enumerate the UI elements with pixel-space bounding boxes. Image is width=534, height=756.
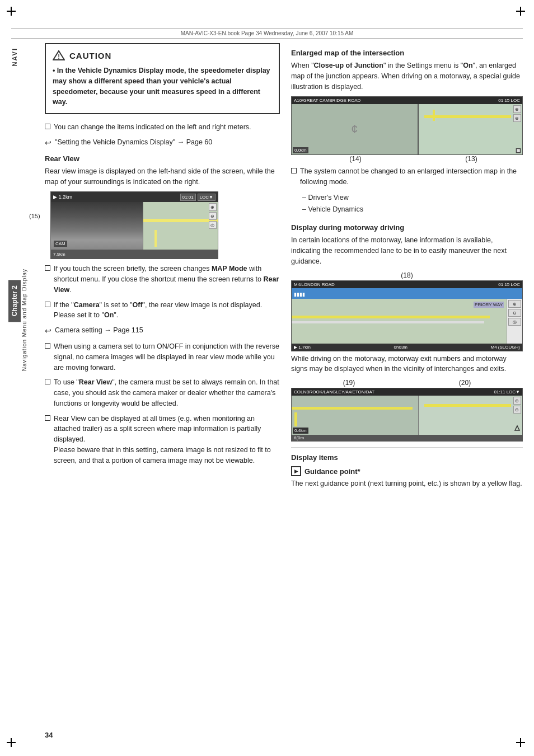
motorway-map: M4/LONDON ROAD 01:15 LOC ▮▮▮▮ PRIORY WAY: [291, 280, 523, 351]
rv-bullet-3: When using a camera set to turn ON/OFF i…: [45, 341, 280, 373]
display-items-heading: Display items: [291, 453, 523, 462]
enlarged-map-heading: Enlarged map of the intersection: [291, 49, 523, 57]
map-side-icons: ⊕ ⊖ ◎: [209, 203, 217, 229]
caution-text: • In the Vehicle Dynamics Display mode, …: [53, 65, 272, 107]
header-text: MAN-AVIC-X3-EN.book Page 34 Wednesday, J…: [181, 30, 354, 36]
rv-arrow-1: ↩ Camera setting → Page 115: [45, 325, 280, 337]
fig-18-label: (18): [291, 271, 523, 279]
rear-view-figure: (15) ▶ 1.2km 01:01 LOC▼ CAM: [45, 191, 280, 259]
motorway-heading: Display during motorway driving: [291, 223, 523, 232]
int-left: ¢ 0.0km: [292, 104, 419, 154]
int-sub-bullets: – Driver's View – Vehicle Dynamics: [302, 192, 523, 216]
sm-map-right: ⊕ ⊖: [419, 396, 522, 435]
bullet-sq-4: [45, 343, 50, 349]
fig-15-label: (15): [29, 213, 40, 219]
int-body: ¢ 0.0km ⊕ ⊖ 🔲: [292, 104, 522, 154]
rear-view-bullets: If you touch the screen briefly, the scr…: [45, 264, 280, 466]
page-number: 34: [45, 731, 53, 739]
bullet-sq-7: [291, 168, 297, 173]
guidance-point-title: Guidance point*: [305, 467, 360, 476]
int-toolbar: A10/GREAT CAMBRIDGE ROAD 01:15 LOC: [292, 97, 522, 104]
header-line: MAN-AVIC-X3-EN.book Page 34 Wednesday, J…: [11, 28, 523, 39]
intersection-bullets: The system cannot be changed to an enlar…: [291, 166, 523, 215]
page-container: MAN-AVIC-X3-EN.book Page 34 Wednesday, J…: [0, 0, 534, 756]
guidance-point-icon: ▶: [291, 466, 301, 476]
camera-view: CAM: [51, 202, 143, 250]
int-right: ⊕ ⊖ 🔲: [419, 104, 522, 154]
guidance-point-header: ▶ Guidance point*: [291, 466, 523, 476]
corner-mark-bl: [7, 738, 18, 749]
motorway-text: In certain locations of the motorway, la…: [291, 235, 523, 266]
main-content: ! CAUTION • In the Vehicle Dynamics Disp…: [45, 43, 523, 494]
corner-mark-br: [516, 738, 527, 749]
small-map-19-20: COLNBROOK/LANGLEY/A4/ETON/DAT 01:11 LOC▼…: [291, 388, 523, 442]
bullet-sq-6: [45, 415, 50, 421]
bullet-sq-2: [45, 265, 50, 271]
guidance-point-text: The next guidance point (next turning po…: [291, 478, 523, 489]
fig-19-20-labels: (19) (20): [291, 379, 523, 387]
motorway-after-text: While driving on the motorway, motorway …: [291, 354, 523, 375]
rv-bullet-5: Rear View can be displayed at all times …: [45, 414, 280, 466]
motorway-figure: (18) M4/LONDON ROAD 01:15 LOC ▮▮▮▮: [291, 271, 523, 351]
navi-label: NAVI: [11, 48, 18, 66]
rear-view-intro: Rear view image is displayed on the left…: [45, 166, 280, 187]
arrow-text-1: "Setting the Vehicle Dynamics Display" →…: [55, 137, 212, 148]
caution-header: ! CAUTION: [53, 50, 272, 61]
corner-mark-tl: [7, 7, 18, 18]
rv-bullet-1: If you touch the screen briefly, the scr…: [45, 264, 280, 295]
lane-indicator-bar: ▮▮▮▮: [292, 288, 522, 299]
bullet-text-1: You can change the items indicated on th…: [54, 122, 251, 133]
sm-map-left: 0.4km: [292, 396, 419, 435]
arrow-item-1: ↩ "Setting the Vehicle Dynamics Display"…: [45, 137, 280, 149]
rear-view-heading: Rear View: [45, 154, 280, 163]
bullet-sq-3: [45, 302, 50, 307]
caution-title: CAUTION: [69, 51, 111, 60]
bullet-item-1: You can change the items indicated on th…: [45, 122, 280, 133]
map-bottom-bar: 7.9km: [51, 250, 218, 259]
arrow-icon-map: [513, 424, 521, 432]
nav-menu-label: Navigation Menu and Map Display: [21, 269, 27, 371]
rv-bullet-2: If the "Camera" is set to "Off", the rea…: [45, 300, 280, 321]
corner-mark-tr: [516, 7, 527, 18]
int-bullet-1: The system cannot be changed to an enlar…: [291, 166, 523, 187]
warning-triangle-icon: !: [53, 50, 65, 61]
rear-view-map: ▶ 1.2km 01:01 LOC▼ CAM: [50, 191, 218, 259]
rv-bullet-4: To use "Rear View", the camera must be s…: [45, 377, 280, 408]
svg-marker-2: [515, 426, 519, 430]
left-column: ! CAUTION • In the Vehicle Dynamics Disp…: [45, 43, 280, 494]
bullet-square-icon: [45, 124, 50, 129]
caution-box: ! CAUTION • In the Vehicle Dynamics Disp…: [45, 43, 280, 114]
map-body: CAM ⊕ ⊖ ◎: [51, 202, 218, 250]
intersection-figure: A10/GREAT CAMBRIDGE ROAD 01:15 LOC ¢ 0.0…: [291, 96, 523, 163]
small-map-figure: (19) (20) COLNBROOK/LANGLEY/A4/ETON/DAT …: [291, 379, 523, 442]
enlarged-map-text: When "Close-up of Junction" in the Setti…: [291, 60, 523, 92]
divider: [291, 447, 523, 448]
road-line-2: [154, 230, 157, 247]
map-view: ⊕ ⊖ ◎: [143, 202, 218, 250]
int-fig-labels: (14) (13): [291, 155, 523, 163]
right-column: Enlarged map of the intersection When "C…: [291, 43, 523, 494]
chapter-label: Chapter 2: [8, 280, 21, 322]
svg-text:!: !: [58, 53, 60, 60]
road-line: [143, 219, 218, 222]
mway-map-body: PRIORY WAY: [292, 299, 507, 344]
map-toolbar: ▶ 1.2km 01:01 LOC▼: [51, 192, 218, 202]
bullet-sq-5: [45, 379, 50, 384]
arrow-icon: ↩: [45, 137, 51, 149]
intersection-map: A10/GREAT CAMBRIDGE ROAD 01:15 LOC ¢ 0.0…: [291, 96, 523, 155]
